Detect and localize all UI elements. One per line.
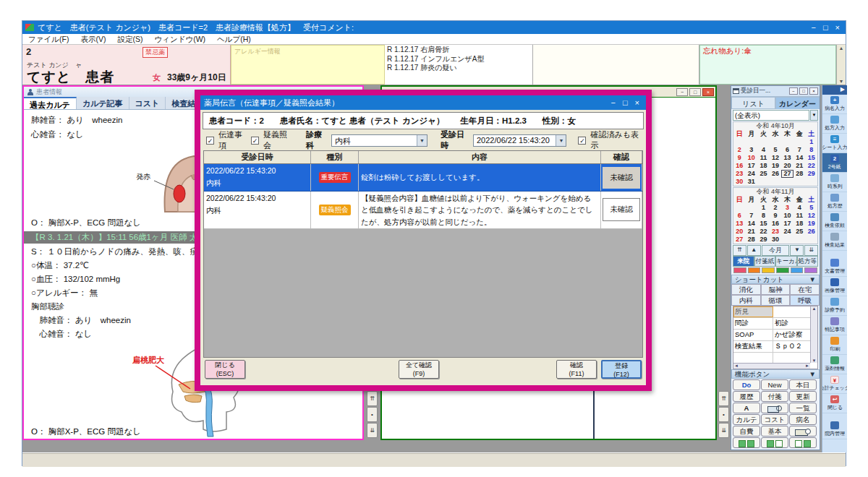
checkbox-show-confirmed[interactable]: ✓ xyxy=(578,137,586,145)
color-swatch[interactable] xyxy=(804,267,817,273)
sidebar-item[interactable]: 処方入力 xyxy=(822,114,847,134)
function-button[interactable] xyxy=(789,426,817,437)
chevron-down-icon[interactable]: ▼ xyxy=(810,110,818,121)
category-button[interactable]: 消化 xyxy=(731,284,761,295)
function-button[interactable]: 付箋 xyxy=(761,391,788,402)
minimize-button[interactable]: − xyxy=(610,98,615,107)
maximize-button[interactable]: □ xyxy=(689,88,701,96)
chevron-down-icon[interactable]: ▼ xyxy=(809,275,816,283)
sidebar-item[interactable]: 文書管理 xyxy=(822,257,847,277)
calendar-day[interactable]: 23 xyxy=(733,170,746,178)
scroll-dot-icon[interactable]: • xyxy=(718,407,729,422)
category-button[interactable]: 循環 xyxy=(761,295,791,306)
function-button[interactable]: 履歴 xyxy=(733,391,760,402)
visit-filter-select[interactable]: (全表示) xyxy=(733,110,809,121)
calendar-day[interactable] xyxy=(746,138,758,146)
shortcut-cell[interactable] xyxy=(773,353,810,364)
sidebar-item[interactable]: 画像管理 xyxy=(822,277,847,296)
color-swatch[interactable] xyxy=(791,267,804,273)
calendar-day[interactable]: 22 xyxy=(805,162,817,170)
calendar-day[interactable]: 23 xyxy=(770,228,782,236)
close-dialog-button[interactable]: 閉じる(ESC) xyxy=(205,360,245,379)
calendar-day[interactable]: 28 xyxy=(793,170,806,178)
menu-item[interactable]: 表示(V) xyxy=(80,35,106,43)
sidebar-item[interactable]: 印刷 xyxy=(822,335,847,355)
calendar-day[interactable]: 22 xyxy=(757,228,770,236)
calendar-day[interactable]: 17 xyxy=(746,162,758,170)
category-button[interactable]: 呼吸 xyxy=(790,295,820,306)
list-horizontal-scrollbar[interactable]: ◄ ► xyxy=(733,363,810,369)
scroll-dot-icon[interactable]: • xyxy=(367,407,378,422)
scroll-right-icon[interactable]: ► xyxy=(805,364,809,369)
visit-tab[interactable]: カレンダー xyxy=(775,97,820,109)
calendar-day[interactable]: 30 xyxy=(733,178,746,186)
function-button[interactable]: New xyxy=(761,379,788,390)
scroll-up-icon[interactable]: ▲ xyxy=(839,46,844,51)
function-button[interactable]: A xyxy=(733,403,760,413)
category-button[interactable]: 脳神 xyxy=(761,284,791,295)
sidebar-item[interactable]: 処方歴 xyxy=(822,192,847,212)
menu-item[interactable]: ヘルプ(H) xyxy=(217,35,251,43)
calendar-day[interactable]: 8 xyxy=(805,146,817,154)
confirm-all-button[interactable]: 全て確認(F9) xyxy=(399,360,439,379)
confirm-status[interactable]: 未確認 xyxy=(603,198,640,221)
calendar-day[interactable]: 4 xyxy=(757,146,770,154)
calendar-day[interactable]: 17 xyxy=(781,220,793,228)
calendar-day[interactable]: 29 xyxy=(805,170,817,178)
calendar-day[interactable]: 21 xyxy=(746,228,758,236)
calendar-day[interactable] xyxy=(770,138,782,146)
sidebar-item[interactable]: 薬剤情報 xyxy=(822,355,847,374)
calendar-nav-button[interactable]: ⇊ xyxy=(804,245,818,256)
scroll-down-icon[interactable]: ⇊ xyxy=(718,423,729,438)
calendar-day[interactable]: 11 xyxy=(793,212,806,220)
calendar-day[interactable]: 2 xyxy=(733,146,746,154)
menu-item[interactable]: 設定(S) xyxy=(117,35,142,43)
calendar-day[interactable] xyxy=(746,204,758,212)
calendar-day[interactable]: 6 xyxy=(733,212,746,220)
shortcut-cell[interactable] xyxy=(773,306,810,317)
view-tab[interactable]: 来院 xyxy=(733,256,754,267)
sidebar-item[interactable]: 特記事項 xyxy=(822,316,847,335)
shortcut-cell[interactable]: 所見 xyxy=(733,306,773,317)
function-button[interactable]: 自費 xyxy=(733,426,760,437)
maximize-button[interactable]: □ xyxy=(623,98,628,107)
calendar-day[interactable]: 31 xyxy=(746,178,758,186)
calendar-day[interactable]: 19 xyxy=(805,220,817,228)
function-button[interactable] xyxy=(761,403,788,413)
calendar-nav-button[interactable]: 今月 xyxy=(762,245,790,256)
calendar-day[interactable]: 7 xyxy=(793,146,806,154)
chevron-down-icon[interactable]: ▼ xyxy=(417,135,427,146)
calendar-day[interactable]: 29 xyxy=(757,236,770,244)
calendar-day[interactable]: 14 xyxy=(746,220,758,228)
minimize-button[interactable]: − xyxy=(811,23,815,32)
function-button[interactable]: 基本 xyxy=(761,426,788,437)
color-swatch[interactable] xyxy=(748,267,761,273)
calendar-day[interactable]: 2 xyxy=(770,204,782,212)
calendar-day[interactable]: 16 xyxy=(770,220,782,228)
close-button[interactable]: × xyxy=(835,23,840,32)
shortcut-cell[interactable]: 検査結果 xyxy=(733,341,773,352)
sidebar-item[interactable]: 検査依頼 xyxy=(822,212,847,231)
calendar-day[interactable]: 19 xyxy=(770,162,782,170)
calendar-day[interactable]: 25 xyxy=(757,170,770,178)
color-swatch[interactable] xyxy=(776,267,789,273)
calendar-day[interactable]: 9 xyxy=(770,212,782,220)
calendar-day[interactable]: 15 xyxy=(805,154,817,162)
calendar-day[interactable]: 12 xyxy=(805,212,817,220)
shortcut-cell[interactable]: ＳｐＯ２ xyxy=(773,341,810,352)
confirm-status[interactable]: 未確認 xyxy=(603,167,640,189)
chart-tab[interactable]: 過去カルテ xyxy=(24,97,77,109)
calendar-day[interactable]: 12 xyxy=(770,154,782,162)
scroll-up-icon[interactable]: ⇈ xyxy=(367,391,378,406)
scroll-down-icon[interactable]: ▼ xyxy=(839,79,844,84)
calendar-nav-button[interactable]: ▼ xyxy=(790,245,804,256)
calendar-day[interactable]: 28 xyxy=(746,236,758,244)
calendar-day[interactable]: 24 xyxy=(781,228,793,236)
chevron-right-icon[interactable]: ▶ xyxy=(841,86,845,93)
memo-box[interactable] xyxy=(533,45,699,85)
maximize-button[interactable]: □ xyxy=(823,23,828,32)
color-swatch[interactable] xyxy=(733,267,746,273)
minimize-button[interactable]: − xyxy=(789,87,798,95)
calendar-day[interactable]: 20 xyxy=(733,228,746,236)
function-button[interactable]: 病名 xyxy=(789,414,817,425)
